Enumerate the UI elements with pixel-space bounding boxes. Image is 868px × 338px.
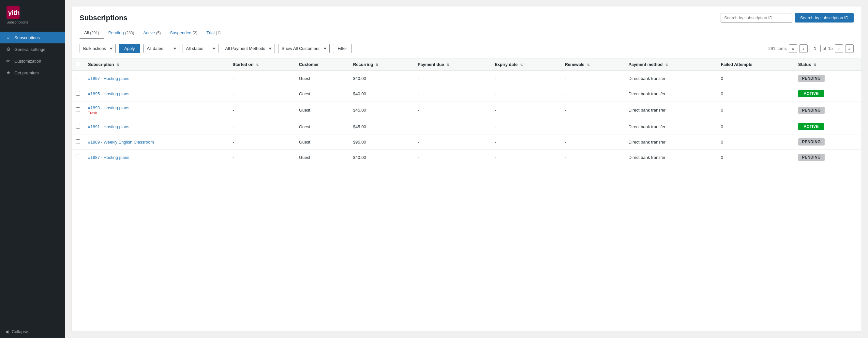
row-renewals: -: [561, 71, 624, 86]
row-failed-attempts: 0: [717, 119, 794, 134]
row-renewals: -: [561, 150, 624, 165]
row-customer: Guest: [295, 101, 349, 119]
last-page-button[interactable]: »: [845, 44, 854, 53]
dates-filter-select[interactable]: All dates: [144, 44, 179, 53]
tab-all[interactable]: All (291): [80, 28, 104, 39]
select-all-checkbox[interactable]: [76, 62, 80, 66]
recurring-sort-icon[interactable]: ⇅: [376, 63, 378, 67]
row-customer: Guest: [295, 150, 349, 165]
row-expiry-date: -: [491, 134, 561, 150]
row-status: ACTIVE: [794, 119, 862, 134]
yith-logo-icon: yith: [6, 6, 20, 19]
row-started-on: -: [228, 101, 295, 119]
pencil-icon: ✏: [5, 58, 11, 64]
status-badge: ACTIVE: [798, 90, 824, 97]
row-checkbox-cell: [72, 119, 84, 134]
row-payment-due: -: [414, 134, 491, 150]
collapse-icon: ◀: [5, 329, 8, 334]
subscription-link[interactable]: #1893 - Hosting plans: [88, 105, 129, 110]
row-checkbox-cell: [72, 150, 84, 165]
col-failed-attempts: Failed Attempts: [717, 58, 794, 71]
prev-page-button[interactable]: ‹: [799, 44, 808, 53]
subscription-link[interactable]: #1887 - Hosting plans: [88, 155, 129, 160]
apply-button[interactable]: Apply: [119, 44, 140, 53]
row-renewals: -: [561, 134, 624, 150]
row-started-on: -: [228, 86, 295, 101]
payment-due-sort-icon[interactable]: ⇅: [446, 63, 449, 67]
status-badge: PENDING: [798, 107, 825, 114]
row-recurring: $40.00: [349, 86, 414, 101]
row-checkbox[interactable]: [76, 124, 80, 128]
select-all-header: [72, 58, 84, 71]
first-page-button[interactable]: «: [789, 44, 797, 53]
total-pages: 15: [828, 46, 833, 51]
sidebar-item-subscriptions-label: Subscriptions: [14, 35, 40, 40]
next-page-button[interactable]: ›: [835, 44, 843, 53]
col-customer: Customer: [295, 58, 349, 71]
search-input[interactable]: [721, 13, 792, 23]
row-checkbox[interactable]: [76, 107, 80, 112]
row-started-on: -: [228, 71, 295, 86]
table-row: #1897 - Hosting plans - Guest $40.00 - -…: [72, 71, 862, 86]
row-expiry-date: -: [491, 86, 561, 101]
sidebar-item-customization[interactable]: ✏ Customization: [0, 55, 65, 67]
row-customer: Guest: [295, 134, 349, 150]
sidebar-item-subscriptions[interactable]: ≡ Subscriptions: [0, 32, 65, 43]
status-badge: PENDING: [798, 154, 825, 161]
row-failed-attempts: 0: [717, 134, 794, 150]
star-icon: ★: [5, 70, 11, 76]
search-button[interactable]: Search by subscription ID: [795, 13, 854, 23]
status-filter-select[interactable]: All status: [183, 44, 218, 53]
row-checkbox[interactable]: [76, 139, 80, 144]
row-subscription: #1895 - Hosting plans: [84, 86, 228, 101]
row-expiry-date: -: [491, 150, 561, 165]
row-checkbox-cell: [72, 101, 84, 119]
subscription-link[interactable]: #1897 - Hosting plans: [88, 76, 129, 81]
subscription-link[interactable]: #1889 - Weekly English Classroom: [88, 140, 154, 145]
row-failed-attempts: 0: [717, 150, 794, 165]
subscription-sort-icon[interactable]: ⇅: [116, 63, 119, 67]
sidebar-collapse-button[interactable]: ◀ Collapse: [0, 325, 65, 338]
filter-button[interactable]: Filter: [333, 44, 352, 53]
row-recurring: $95.00: [349, 134, 414, 150]
tab-suspended[interactable]: Suspended (2): [165, 28, 202, 39]
row-checkbox[interactable]: [76, 155, 80, 159]
row-checkbox[interactable]: [76, 76, 80, 80]
row-status: PENDING: [794, 101, 862, 119]
tab-active[interactable]: Active (5): [138, 28, 165, 39]
row-customer: Guest: [295, 86, 349, 101]
sidebar-item-get-premium[interactable]: ★ Get premium: [0, 67, 65, 79]
row-started-on: -: [228, 134, 295, 150]
payment-method-sort-icon[interactable]: ⇅: [665, 63, 668, 67]
subscription-link[interactable]: #1895 - Hosting plans: [88, 91, 129, 96]
table-row: #1887 - Hosting plans - Guest $40.00 - -…: [72, 150, 862, 165]
row-expiry-date: -: [491, 119, 561, 134]
row-subscription: #1897 - Hosting plans: [84, 71, 228, 86]
tab-pending[interactable]: Pending (283): [104, 28, 138, 39]
row-checkbox-cell: [72, 71, 84, 86]
row-payment-method: Direct bank transfer: [624, 86, 717, 101]
expiry-date-sort-icon[interactable]: ⇅: [520, 63, 523, 67]
row-customer: Guest: [295, 71, 349, 86]
main-inner: Subscriptions Search by subscription ID …: [72, 6, 862, 332]
status-sort-icon[interactable]: ⇅: [813, 63, 816, 67]
row-recurring: $45.00: [349, 119, 414, 134]
total-items-count: 291 items: [768, 46, 786, 51]
started-on-sort-icon[interactable]: ⇅: [256, 63, 258, 67]
col-started-on: Started on ⇅: [228, 58, 295, 71]
sidebar-logo-text: Subscriptions: [6, 20, 28, 24]
tab-trial[interactable]: Trial (1): [202, 28, 225, 39]
col-recurring: Recurring ⇅: [349, 58, 414, 71]
row-checkbox[interactable]: [76, 91, 80, 96]
customers-filter-select[interactable]: Show All Customers: [278, 44, 330, 53]
sidebar-item-general-settings-label: General settings: [14, 47, 45, 52]
sidebar-item-general-settings[interactable]: ⚙ General settings: [0, 43, 65, 55]
row-failed-attempts: 0: [717, 86, 794, 101]
row-renewals: -: [561, 86, 624, 101]
renewals-sort-icon[interactable]: ⇅: [587, 63, 590, 67]
page-number-input[interactable]: [810, 45, 821, 52]
bulk-actions-select[interactable]: Bulk actions: [80, 44, 116, 53]
payment-method-filter-select[interactable]: All Payment Methods: [222, 44, 275, 53]
subscription-link[interactable]: #1891 - Hosting plans: [88, 124, 129, 129]
row-payment-method: Direct bank transfer: [624, 119, 717, 134]
